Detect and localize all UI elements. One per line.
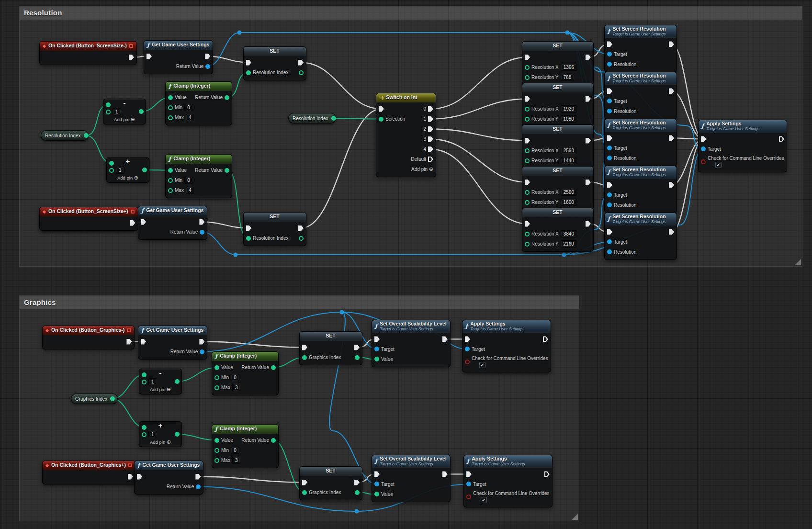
execOut-pin[interactable] [586, 138, 591, 144]
node-setXY1[interactable]: SETResolution X1366Resolution Y768 [522, 41, 594, 85]
target-pin[interactable] [607, 192, 612, 197]
node-header[interactable]: ⇉Switch on Int [376, 93, 436, 102]
pin-value-field[interactable]: 0 [184, 104, 193, 111]
node-header[interactable]: ƒGet Game User Settings [138, 326, 207, 335]
comment-resize-grip[interactable] [572, 514, 578, 520]
node-header[interactable]: ƒApply SettingsTarget is Game User Setti… [462, 320, 551, 333]
node-header[interactable]: ƒSet Screen ResolutionTarget is Game Use… [605, 213, 677, 225]
node-setGI1[interactable]: SETGraphics Index [299, 331, 362, 365]
node-evtSSp[interactable]: ◆On Clicked (Button_ScreenSize+) [39, 207, 138, 231]
add-pin-button[interactable]: Add pin ⊕ [103, 115, 146, 123]
node-get4[interactable]: ƒGet Game User SettingsReturn Value [134, 461, 203, 495]
pin-value-field[interactable]: 2560 [561, 189, 577, 196]
max-pin[interactable] [168, 188, 173, 193]
o3-pin[interactable] [428, 136, 433, 142]
node-header[interactable]: SET [300, 467, 362, 476]
execOut-pin[interactable] [586, 96, 591, 102]
add-pin-button[interactable]: Add pin ⊕ [139, 385, 181, 393]
pin-value-field[interactable]: 0 [231, 447, 239, 454]
node-clamp1[interactable]: ƒClamp (Integer)ValueReturn ValueMin0Max… [165, 81, 232, 125]
valIn-pin[interactable] [302, 355, 307, 360]
execOut-pin[interactable] [586, 221, 591, 227]
execOut-pin[interactable] [544, 471, 550, 477]
odef-pin[interactable] [428, 157, 433, 162]
ret-pin[interactable] [271, 438, 276, 443]
execIn-pin[interactable] [607, 41, 612, 47]
ry-pin[interactable] [525, 242, 530, 247]
node-header[interactable]: SET [522, 167, 593, 176]
target-pin[interactable] [465, 347, 470, 351]
ry-pin[interactable] [525, 158, 530, 163]
execOut-pin[interactable] [199, 219, 204, 225]
execOut-pin[interactable] [298, 60, 304, 66]
node-get1[interactable]: ƒGet Game User SettingsReturn Value [144, 40, 213, 74]
valOut-pin[interactable] [355, 490, 360, 495]
execOut-pin[interactable] [298, 225, 304, 231]
out-pin[interactable] [139, 109, 144, 114]
min-pin[interactable] [168, 105, 173, 110]
pin-value-field[interactable]: 1080 [561, 115, 577, 123]
value-pin[interactable] [214, 365, 219, 370]
execOut-pin[interactable] [669, 41, 674, 47]
node-evtGp[interactable]: ◆On Clicked (Button_Graphics+) [42, 461, 136, 484]
node-header[interactable]: SET [522, 42, 593, 51]
node-header[interactable]: SET [522, 208, 593, 217]
node-setRI1[interactable]: SETResolution Index [243, 46, 306, 80]
node-header[interactable]: ƒGet Game User Settings [144, 41, 213, 50]
out-pin[interactable] [175, 379, 180, 384]
execIn-pin[interactable] [525, 221, 530, 227]
target-pin[interactable] [374, 482, 379, 486]
res-pin[interactable] [607, 62, 612, 67]
execOut-pin[interactable] [129, 55, 134, 60]
execOut-pin[interactable] [354, 345, 360, 350]
execOut-pin[interactable] [669, 88, 674, 94]
cclo-pin[interactable] [701, 159, 706, 164]
execOut-pin[interactable] [669, 135, 674, 141]
pin-value-field[interactable]: 1 [148, 378, 157, 385]
execOut-pin[interactable] [543, 336, 548, 342]
value-pin[interactable] [168, 168, 173, 173]
in1-pin[interactable] [106, 102, 111, 107]
execOut-pin[interactable] [195, 474, 201, 480]
pin-value-field[interactable]: 2560 [561, 147, 577, 154]
pin-value-field[interactable]: 3 [232, 384, 241, 391]
execIn-pin[interactable] [374, 471, 380, 477]
ret-pin[interactable] [225, 168, 229, 173]
node-header[interactable]: SET [244, 213, 306, 222]
variable-get-node-vget1[interactable]: Resolution Index [41, 130, 89, 141]
delegate-pin[interactable] [129, 44, 133, 48]
node-header[interactable]: SET [522, 125, 593, 134]
valOut-pin[interactable] [299, 70, 304, 75]
rx-pin[interactable] [525, 107, 530, 112]
node-header[interactable]: ƒSet Overall Scalability LevelTarget is … [372, 320, 450, 333]
in2-pin[interactable] [142, 432, 147, 437]
res-pin[interactable] [607, 249, 612, 254]
value-pin[interactable] [374, 357, 379, 361]
o4-pin[interactable] [428, 146, 433, 152]
pin-value-field[interactable]: 1 [148, 431, 157, 438]
pin-value-field[interactable]: 0 [184, 177, 193, 184]
target-pin[interactable] [607, 99, 612, 103]
value-pin[interactable] [214, 438, 219, 443]
node-clamp3[interactable]: ƒClamp (Integer)ValueReturn ValueMin0Max… [212, 351, 279, 395]
pin-value-field[interactable]: 1440 [561, 157, 577, 164]
pin-value-field[interactable]: 4 [186, 187, 194, 194]
execOut-pin[interactable] [128, 474, 133, 480]
math-node-sub1[interactable]: -1Add pin ⊕ [103, 99, 146, 124]
max-pin[interactable] [168, 115, 173, 120]
max-pin[interactable] [214, 385, 219, 390]
node-setXY4[interactable]: SETResolution X2560Resolution Y1600 [522, 166, 594, 210]
node-header[interactable]: ƒClamp (Integer) [166, 155, 232, 164]
valIn-pin[interactable] [302, 490, 307, 495]
target-pin[interactable] [607, 52, 612, 56]
execIn-pin[interactable] [701, 136, 706, 142]
ret-pin[interactable] [271, 365, 276, 370]
math-node-add1[interactable]: +1Add pin ⊕ [106, 157, 149, 183]
target-pin[interactable] [701, 146, 706, 151]
target-pin[interactable] [607, 239, 612, 244]
execIn-pin[interactable] [379, 106, 384, 112]
out-pin[interactable] [175, 432, 180, 437]
execIn-pin[interactable] [607, 182, 612, 188]
node-sosl2[interactable]: ƒSet Overall Scalability LevelTarget is … [372, 455, 451, 502]
variable-get-node-vget2[interactable]: Resolution Index [288, 113, 336, 124]
